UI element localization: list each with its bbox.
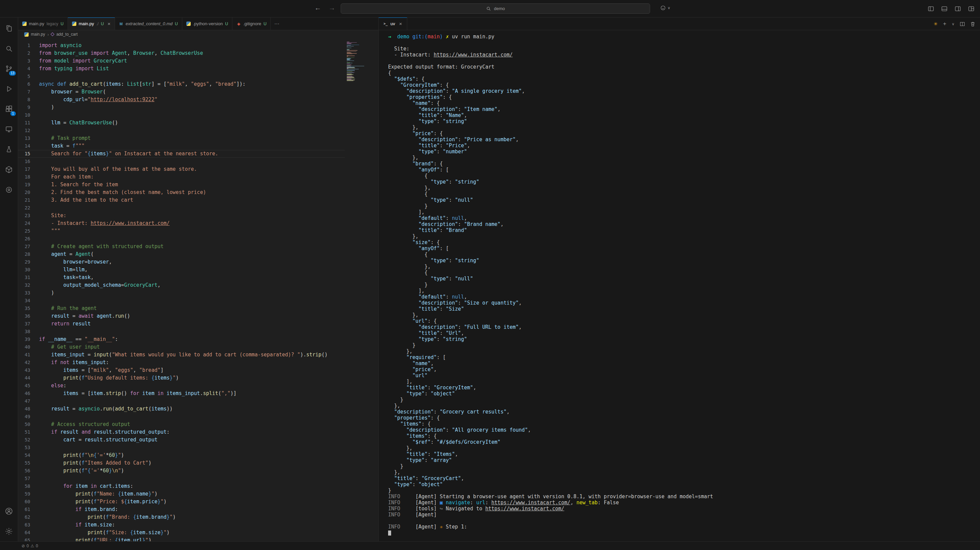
code-line-19[interactable]: 19 1. Search for the item bbox=[18, 181, 345, 189]
close-terminal-tab-icon[interactable]: × bbox=[399, 21, 402, 27]
run-debug-icon[interactable] bbox=[0, 79, 18, 99]
code-line-28[interactable]: 28 agent = Agent( bbox=[18, 250, 345, 258]
code-line-56[interactable]: 56 print(f"{'='*60}\n") bbox=[18, 467, 345, 475]
more-tabs-button[interactable]: ⋯ bbox=[271, 17, 283, 30]
code-line-10[interactable]: 10 bbox=[18, 111, 345, 119]
code-line-51[interactable]: 51 if result and result.structured_outpu… bbox=[18, 428, 345, 436]
code-line-60[interactable]: 60 print(f"Price: ${item.price}") bbox=[18, 498, 345, 505]
explorer-icon[interactable] bbox=[0, 18, 18, 38]
breadcrumb[interactable]: main.py › add_to_cart bbox=[18, 30, 379, 38]
code-line-49[interactable]: 49 bbox=[18, 413, 345, 421]
editor-tab-main.py[interactable]: main.py./U× bbox=[68, 17, 115, 30]
terminal-link[interactable]: https://www.instacart.com/ bbox=[492, 499, 570, 505]
code-line-53[interactable]: 53 bbox=[18, 444, 345, 451]
code-line-33[interactable]: 33 ) bbox=[18, 289, 345, 297]
close-tab-icon[interactable]: × bbox=[108, 21, 111, 27]
toggle-sidebar-icon[interactable] bbox=[928, 5, 934, 12]
code-line-35[interactable]: 35 # Run the agent bbox=[18, 305, 345, 312]
code-link[interactable]: http://localhost:9222 bbox=[91, 97, 155, 103]
code-line-11[interactable]: 11 llm = ChatBrowserUse() bbox=[18, 119, 345, 127]
code-editor[interactable]: 1import asyncio2from browser_use import … bbox=[18, 38, 379, 541]
code-line-58[interactable]: 58 for item in cart.items: bbox=[18, 482, 345, 490]
code-line-6[interactable]: 6async def add_to_cart(items: List[str] … bbox=[18, 80, 345, 88]
code-line-57[interactable]: 57 bbox=[18, 475, 345, 482]
settings-gear-icon[interactable] bbox=[0, 521, 18, 541]
code-line-14[interactable]: 14 task = f""" bbox=[18, 142, 345, 150]
source-control-icon[interactable]: 13 bbox=[0, 59, 18, 79]
code-line-65[interactable]: 65 print(f"URL: {item.url}") bbox=[18, 537, 345, 541]
code-line-5[interactable]: 5 bbox=[18, 73, 345, 80]
new-terminal-icon[interactable]: + bbox=[943, 21, 947, 27]
code-line-8[interactable]: 8 cdp_url="http://localhost:9222" bbox=[18, 96, 345, 103]
kill-terminal-icon[interactable] bbox=[970, 22, 975, 27]
plugin-icon[interactable] bbox=[0, 180, 18, 200]
code-line-32[interactable]: 32 output_model_schema=GroceryCart, bbox=[18, 281, 345, 289]
code-line-1[interactable]: 1import asyncio bbox=[18, 42, 345, 49]
code-line-22[interactable]: 22 bbox=[18, 204, 345, 212]
editor-tab-.python-version[interactable]: .python-versionU bbox=[182, 17, 233, 30]
code-line-62[interactable]: 62 print(f"Brand: {item.brand}") bbox=[18, 513, 345, 521]
extensions-icon[interactable]: 1 bbox=[0, 99, 18, 119]
code-line-37[interactable]: 37 return result bbox=[18, 320, 345, 328]
code-line-59[interactable]: 59 print(f"Name: {item.name}") bbox=[18, 490, 345, 498]
code-line-23[interactable]: 23 Site: bbox=[18, 212, 345, 219]
code-line-21[interactable]: 21 3. Add the item to the cart bbox=[18, 196, 345, 204]
code-line-20[interactable]: 20 2. Find the best match (closest name,… bbox=[18, 189, 345, 196]
code-line-64[interactable]: 64 print(f"Size: {item.size}") bbox=[18, 529, 345, 537]
code-line-3[interactable]: 3from model import GroceryCart bbox=[18, 57, 345, 65]
code-line-45[interactable]: 45 else: bbox=[18, 382, 345, 389]
code-line-16[interactable]: 16 bbox=[18, 158, 345, 165]
code-line-36[interactable]: 36 result = await agent.run() bbox=[18, 312, 345, 320]
code-line-47[interactable]: 47 bbox=[18, 397, 345, 405]
breadcrumb-symbol[interactable]: add_to_cart bbox=[56, 32, 77, 37]
terminal-link[interactable]: https://www.instacart.com/ bbox=[485, 505, 564, 512]
code-line-13[interactable]: 13 # Task prompt bbox=[18, 135, 345, 142]
editor-tab-.gitignore[interactable]: ◈.gitignoreU bbox=[232, 17, 271, 30]
code-line-54[interactable]: 54 print(f"\n{'='*60}") bbox=[18, 451, 345, 459]
code-line-26[interactable]: 26 bbox=[18, 235, 345, 243]
code-line-55[interactable]: 55 print(f"Items Added to Cart") bbox=[18, 459, 345, 467]
code-line-46[interactable]: 46 items = [item.strip() for item in ite… bbox=[18, 389, 345, 397]
terminal-tab-uv[interactable]: >_ uv × bbox=[379, 17, 407, 30]
code-line-30[interactable]: 30 llm=llm, bbox=[18, 266, 345, 273]
code-line-48[interactable]: 48 result = asyncio.run(add_to_cart(item… bbox=[18, 405, 345, 413]
code-line-15[interactable]: 15 Search for "{items}" on Instacart at … bbox=[18, 150, 345, 158]
sparkle-icon[interactable]: ✳ bbox=[934, 21, 938, 27]
breadcrumb-file[interactable]: main.py bbox=[31, 32, 45, 37]
code-line-27[interactable]: 27 # Create agent with structured output bbox=[18, 243, 345, 250]
code-line-7[interactable]: 7 browser = Browser( bbox=[18, 88, 345, 96]
code-line-2[interactable]: 2from browser_use import Agent, Browser,… bbox=[18, 49, 345, 57]
code-line-52[interactable]: 52 cart = result.structured_output bbox=[18, 436, 345, 444]
search-sidebar-icon[interactable] bbox=[0, 38, 18, 59]
terminal-link[interactable]: https://www.instacart.com/ bbox=[433, 52, 512, 58]
docker-icon[interactable] bbox=[0, 159, 18, 180]
code-line-50[interactable]: 50 # Access structured output bbox=[18, 421, 345, 428]
code-line-44[interactable]: 44 print(f"Using default items: {items}"… bbox=[18, 374, 345, 382]
code-line-43[interactable]: 43 items = ["milk", "eggs", "bread"] bbox=[18, 366, 345, 374]
terminal-profile-chevron-icon[interactable]: ∨ bbox=[952, 22, 955, 26]
code-line-63[interactable]: 63 if item.size: bbox=[18, 521, 345, 529]
testing-icon[interactable] bbox=[0, 139, 18, 159]
remote-explorer-icon[interactable] bbox=[0, 119, 18, 139]
nav-back-icon[interactable]: ← bbox=[313, 4, 323, 12]
code-line-9[interactable]: 9 ) bbox=[18, 103, 345, 111]
problems-indicator[interactable]: ⊘ 0 ⚠ 0 bbox=[22, 544, 38, 548]
code-line-24[interactable]: 24 - Instacart: https://www.instacart.co… bbox=[18, 219, 345, 227]
toggle-panel-icon[interactable] bbox=[941, 5, 948, 12]
code-line-18[interactable]: 18 For each item: bbox=[18, 173, 345, 181]
code-line-12[interactable]: 12 bbox=[18, 127, 345, 135]
command-center-search[interactable]: demo bbox=[341, 3, 650, 14]
copilot-menu[interactable]: ∨ bbox=[660, 5, 670, 11]
minimap[interactable] bbox=[347, 42, 375, 81]
nav-forward-icon[interactable]: → bbox=[327, 4, 337, 12]
code-line-17[interactable]: 17 You will buy all of the items at the … bbox=[18, 165, 345, 173]
split-terminal-icon[interactable] bbox=[960, 22, 965, 27]
code-line-34[interactable]: 34 bbox=[18, 297, 345, 305]
code-link[interactable]: https://www.instacart.com/ bbox=[91, 220, 170, 226]
code-line-25[interactable]: 25 """ bbox=[18, 227, 345, 235]
code-line-38[interactable]: 38 bbox=[18, 328, 345, 335]
code-line-40[interactable]: 40 # Get user input bbox=[18, 343, 345, 351]
editor-tab-main.py[interactable]: main.pylegacyU bbox=[18, 17, 68, 30]
code-line-61[interactable]: 61 if item.brand: bbox=[18, 505, 345, 513]
account-icon[interactable] bbox=[0, 501, 18, 521]
